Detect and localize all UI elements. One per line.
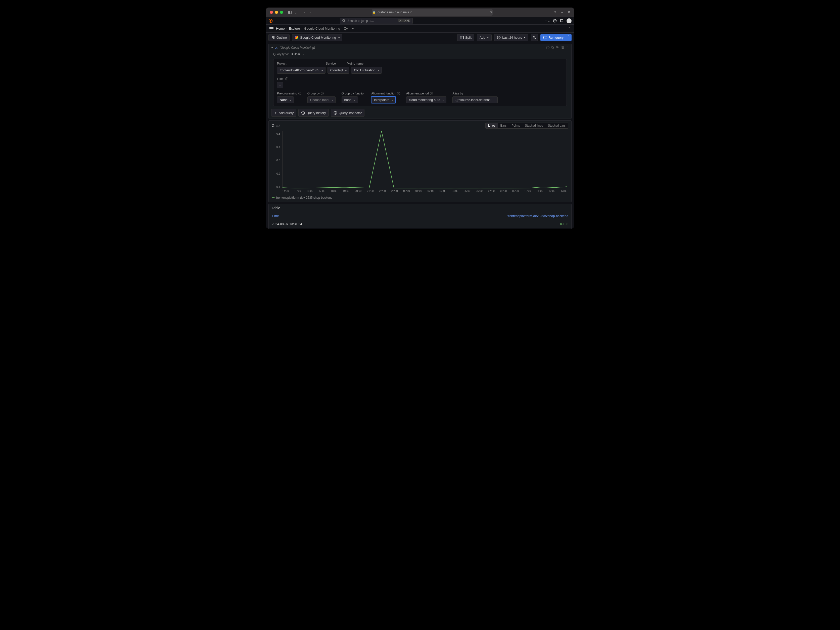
- duplicate-query-icon[interactable]: ⧉: [551, 46, 554, 50]
- user-avatar[interactable]: [567, 18, 572, 24]
- tabs-icon[interactable]: ⧉: [568, 10, 570, 14]
- svg-rect-0: [289, 11, 291, 14]
- groupfn-select[interactable]: none: [341, 96, 358, 103]
- minimize-window[interactable]: [275, 11, 278, 14]
- maximize-window[interactable]: [280, 11, 283, 14]
- chevron-down-icon[interactable]: ⌄: [294, 11, 297, 14]
- query-history-button[interactable]: Query history: [298, 109, 328, 117]
- groupfn-label: Group by function: [341, 92, 365, 95]
- cell-value: 0.103: [533, 222, 568, 226]
- svg-point-4: [343, 19, 344, 21]
- chevron-down-icon: [487, 37, 489, 38]
- alias-label: Alias by: [452, 92, 463, 95]
- drag-handle-icon[interactable]: ⠿: [566, 46, 569, 50]
- query-type-value[interactable]: Builder: [291, 52, 300, 56]
- query-inspector-button[interactable]: i Query inspector: [331, 109, 365, 117]
- time-range-picker[interactable]: Last 24 hours: [494, 34, 528, 41]
- global-search[interactable]: Search or jump to... ⌘⌘+k: [340, 18, 413, 24]
- reload-icon[interactable]: ⟳: [490, 11, 493, 14]
- gcm-icon: [295, 36, 298, 39]
- chevron-down-icon[interactable]: [352, 28, 354, 29]
- svg-line-11: [346, 28, 346, 28]
- chevron-down-icon[interactable]: [302, 54, 304, 55]
- url-bar[interactable]: 🔒 grafana.nav.cloud.nais.io ⟳: [372, 9, 493, 16]
- share-icon[interactable]: ⇧: [554, 10, 556, 14]
- groupby-select[interactable]: Choose label: [307, 96, 336, 103]
- menu-toggle-icon[interactable]: [270, 27, 273, 30]
- metric-select[interactable]: CPU utilization: [351, 67, 382, 74]
- tab-bars[interactable]: Bars: [498, 123, 509, 128]
- chart-area[interactable]: 0.10.20.30.40.5 14:0015:0016:0017:0018:0…: [271, 131, 569, 194]
- traffic-lights[interactable]: [270, 11, 283, 14]
- add-button[interactable]: Add: [477, 34, 492, 41]
- tab-points[interactable]: Points: [509, 123, 522, 128]
- info-icon[interactable]: i: [298, 92, 302, 95]
- breadcrumb-explore[interactable]: Explore: [289, 27, 300, 30]
- svg-line-20: [499, 38, 500, 38]
- svg-line-12: [346, 29, 346, 29]
- collapse-panel-icon[interactable]: ⌃: [568, 27, 570, 30]
- sidebar-toggle-icon[interactable]: [288, 11, 292, 14]
- alias-input[interactable]: [452, 96, 498, 103]
- collapse-query-icon[interactable]: [271, 47, 273, 48]
- history-icon: [301, 111, 305, 115]
- help-icon[interactable]: ?: [553, 19, 557, 23]
- zoom-out-button[interactable]: [531, 34, 538, 41]
- service-label: Service: [326, 62, 343, 65]
- preproc-select[interactable]: None: [277, 96, 294, 103]
- filter-label: Filter: [277, 77, 284, 80]
- nav-back-icon[interactable]: ‹: [304, 11, 305, 14]
- alignfn-select[interactable]: interpolate: [371, 96, 396, 103]
- chevron-down-icon: [524, 37, 526, 38]
- clock-icon: [497, 36, 501, 39]
- url-text: grafana.nav.cloud.nais.io: [377, 11, 412, 14]
- tab-lines[interactable]: Lines: [486, 123, 498, 128]
- info-icon[interactable]: i: [321, 92, 324, 95]
- svg-text:i: i: [335, 112, 336, 114]
- col-value[interactable]: frontendplattform-dev-2535:shop-backend: [507, 214, 568, 218]
- datasource-picker[interactable]: Google Cloud Monitoring: [292, 34, 342, 41]
- grafana-logo-icon[interactable]: [268, 19, 273, 23]
- table-row[interactable]: 2024-08-07 13:36:240.0998: [269, 228, 571, 228]
- table-title: Table: [272, 206, 280, 210]
- add-menu-icon[interactable]: ＋: [544, 19, 550, 23]
- add-filter-button[interactable]: ＋: [277, 82, 283, 88]
- table-row[interactable]: 2024-08-07 13:31:240.103: [269, 220, 571, 228]
- toggle-query-icon[interactable]: 👁: [556, 46, 559, 50]
- tab-stacked-lines[interactable]: Stacked lines: [523, 123, 545, 128]
- delete-query-icon[interactable]: 🗑: [561, 46, 564, 50]
- split-icon: [460, 36, 464, 39]
- info-icon[interactable]: i: [430, 92, 433, 95]
- query-help-icon[interactable]: ⓘ: [546, 46, 549, 50]
- metric-settings: Project Service Metric name frontendplat…: [273, 59, 567, 106]
- svg-line-26: [303, 113, 304, 113]
- nav-forward-icon: ›: [310, 11, 311, 14]
- svg-point-8: [344, 27, 346, 28]
- graph-panel: Graph Lines Bars Points Stacked lines St…: [268, 120, 572, 202]
- chart-legend[interactable]: frontendplattform-dev-2535:shop-backend: [269, 195, 571, 202]
- outline-button[interactable]: Outline: [268, 34, 289, 41]
- service-select[interactable]: Cloudsql: [327, 67, 349, 74]
- svg-text:?: ?: [554, 20, 556, 22]
- project-select[interactable]: frontendplattform-dev-2535: [277, 67, 325, 74]
- share-link-icon[interactable]: [344, 27, 348, 30]
- news-icon[interactable]: [560, 19, 564, 23]
- breadcrumb-home[interactable]: Home: [276, 27, 285, 30]
- groupby-label: Group by: [307, 92, 320, 95]
- col-time[interactable]: Time: [272, 214, 507, 218]
- info-icon[interactable]: i: [397, 92, 400, 95]
- run-query-dropdown[interactable]: [566, 36, 570, 39]
- run-query-button[interactable]: Run query: [540, 34, 572, 41]
- inspector-icon: i: [333, 111, 337, 115]
- svg-point-3: [270, 20, 272, 22]
- grafana-topbar: Search or jump to... ⌘⌘+k ＋ ?: [266, 17, 574, 25]
- new-tab-icon[interactable]: ＋: [561, 10, 564, 14]
- query-ref-id: A: [275, 46, 278, 50]
- add-query-button[interactable]: ＋ Add query: [271, 109, 296, 117]
- alignperiod-select[interactable]: cloud monitoring auto: [406, 96, 446, 103]
- tab-stacked-bars[interactable]: Stacked bars: [545, 123, 568, 128]
- close-window[interactable]: [270, 11, 273, 14]
- split-button[interactable]: Split: [457, 34, 474, 41]
- info-icon[interactable]: i: [285, 77, 288, 80]
- x-axis: 14:0015:0016:0017:0018:0019:0020:0021:00…: [282, 189, 567, 194]
